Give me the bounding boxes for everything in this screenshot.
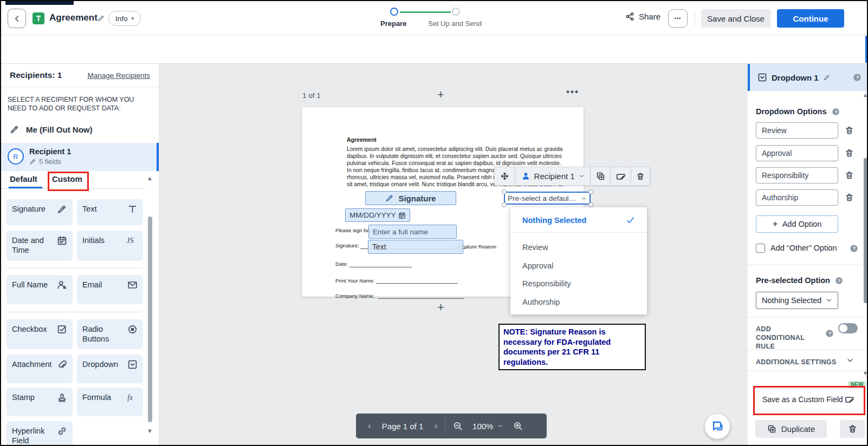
resize-handle[interactable] <box>502 189 507 194</box>
resize-handle[interactable] <box>502 202 507 207</box>
previous-page-button[interactable]: ‹ <box>368 421 371 431</box>
palette-signature[interactable]: Signature <box>7 199 73 225</box>
add-page-below-button[interactable]: + <box>437 300 444 314</box>
help-icon[interactable]: ? <box>825 329 834 338</box>
palette-email[interactable]: Email <box>77 275 143 304</box>
option-input-responsibility[interactable] <box>756 167 838 183</box>
palette-text[interactable]: Text <box>77 199 143 225</box>
add-option-button[interactable]: + Add Option <box>756 215 838 233</box>
save-as-custom-field-button[interactable]: Save as a Custom Field <box>755 388 861 411</box>
add-other-label: Add “Other” Option <box>770 244 837 252</box>
resize-handle[interactable] <box>588 189 593 194</box>
edit-field-name-icon[interactable] <box>823 74 830 81</box>
right-scrollbar-thumb[interactable] <box>864 158 867 303</box>
save-and-close-button[interactable]: Save and Close <box>701 9 770 28</box>
help-icon[interactable]: ? <box>835 277 843 285</box>
help-icon[interactable]: ? <box>853 73 861 82</box>
palette-checkbox[interactable]: Checkbox <box>7 319 73 349</box>
properties-header: Dropdown 1 ? <box>748 64 868 91</box>
share-button[interactable]: Share <box>625 12 660 21</box>
palette-date-time[interactable]: Date and Time <box>7 231 73 261</box>
me-fill-out-row[interactable]: Me (Fill Out Now) <box>10 124 92 134</box>
delete-field-button[interactable] <box>840 420 865 438</box>
add-other-checkbox[interactable] <box>756 244 765 253</box>
doc-label-print-name: Print Your Name: <box>335 278 375 284</box>
scroll-down-arrow[interactable]: ▼ <box>147 428 153 434</box>
scroll-down-arrow[interactable]: ▼ <box>863 370 868 376</box>
menu-option-responsibility[interactable]: Responsibility <box>522 279 571 288</box>
save-field-button[interactable] <box>611 167 631 185</box>
add-page-above-button[interactable]: + <box>437 88 444 102</box>
help-icon[interactable]: ? <box>850 244 858 253</box>
scroll-indicator <box>865 36 868 63</box>
signature-field[interactable]: Signature <box>365 191 456 205</box>
page-more-actions-button[interactable]: ••• <box>566 87 579 97</box>
option-input-authorship[interactable] <box>756 189 838 206</box>
more-actions-button[interactable]: ••• <box>668 9 688 28</box>
field-recipient-select[interactable]: Recipient 1 <box>515 167 591 185</box>
duplicate-field-button[interactable] <box>591 167 611 185</box>
step-prepare-dot <box>390 8 398 16</box>
recipient-card[interactable]: R Recipient 1 5 fields <box>1 143 159 171</box>
dropdown-field-selected[interactable]: Pre-select a defaul… <box>504 192 591 205</box>
check-icon <box>626 215 635 225</box>
step-connector <box>400 11 451 13</box>
next-page-button[interactable]: › <box>434 421 437 431</box>
format-toolbar: Arial ▾ 14 ▾ B I U ▾ Open Preview <box>1 35 867 64</box>
date-field[interactable]: MM/DD/YYYY <box>345 208 410 222</box>
tab-custom[interactable]: Custom <box>52 174 82 183</box>
palette-full-name[interactable]: Full Name <box>7 275 73 304</box>
trash-icon <box>636 172 645 181</box>
palette-stamp[interactable]: Stamp <box>7 388 73 416</box>
delete-option-icon[interactable] <box>845 126 854 135</box>
info-dropdown[interactable]: Info ▾ <box>108 11 141 26</box>
delete-option-icon[interactable] <box>845 148 854 158</box>
help-icon[interactable]: ? <box>832 108 840 116</box>
palette-initials[interactable]: Initials JS <box>77 231 143 261</box>
full-name-field[interactable]: Enter a full name <box>368 225 457 239</box>
chevron-down-icon[interactable] <box>497 423 503 429</box>
menu-option-approval[interactable]: Approval <box>522 261 553 270</box>
stamp-icon <box>57 392 67 403</box>
continue-button[interactable]: Continue <box>777 9 844 28</box>
menu-option-nothing-selected[interactable]: Nothing Selected <box>522 216 586 225</box>
palette-attachment[interactable]: Attachment <box>7 355 73 383</box>
feedback-chat-button[interactable] <box>705 414 730 439</box>
recipients-title: Recipients: 1 <box>10 70 62 80</box>
duplicate-button[interactable]: Duplicate <box>755 420 827 438</box>
option-input-review[interactable] <box>756 122 838 139</box>
select-recipient-prompt: SELECT A RECIPIENT FOR WHOM YOU NEED TO … <box>8 95 153 113</box>
svg-text:fx: fx <box>127 393 133 402</box>
back-button[interactable] <box>8 9 26 28</box>
palette-hyperlink[interactable]: Hyperlink Field <box>7 421 73 446</box>
full-name-icon <box>57 280 67 290</box>
left-scrollbar-thumb[interactable] <box>148 217 152 422</box>
conditional-rule-toggle[interactable] <box>838 323 858 333</box>
edit-title-icon[interactable] <box>97 15 105 22</box>
menu-option-authorship[interactable]: Authorship <box>522 298 560 306</box>
attachment-icon <box>57 359 67 370</box>
palette-radio[interactable]: Radio Buttons <box>77 319 143 349</box>
palette-dropdown[interactable]: Dropdown <box>77 355 143 383</box>
resize-handle[interactable] <box>588 202 593 207</box>
option-input-approval[interactable] <box>756 145 838 161</box>
zoom-in-icon[interactable] <box>513 421 523 431</box>
person-icon <box>521 172 530 181</box>
manage-recipients-link[interactable]: Manage Recipients <box>87 71 150 80</box>
checkbox-icon <box>57 324 67 334</box>
zoom-level: 100% <box>472 422 493 431</box>
menu-option-review[interactable]: Review <box>522 243 548 252</box>
scroll-up-arrow[interactable]: ▲ <box>147 175 153 181</box>
delete-option-icon[interactable] <box>845 170 854 180</box>
tab-default[interactable]: Default <box>10 174 37 183</box>
preselected-option-select[interactable]: Nothing Selected <box>756 292 838 309</box>
share-label: Share <box>639 12 660 21</box>
scroll-up-arrow[interactable]: ▲ <box>863 92 868 98</box>
palette-formula[interactable]: Formula fx <box>77 388 143 416</box>
delete-option-icon[interactable] <box>845 193 854 202</box>
text-field[interactable]: Text <box>368 240 463 254</box>
delete-field-button[interactable] <box>631 167 650 185</box>
move-field-handle[interactable] <box>495 167 515 185</box>
chevron-down-icon[interactable] <box>846 357 854 364</box>
zoom-out-icon[interactable] <box>453 421 463 431</box>
